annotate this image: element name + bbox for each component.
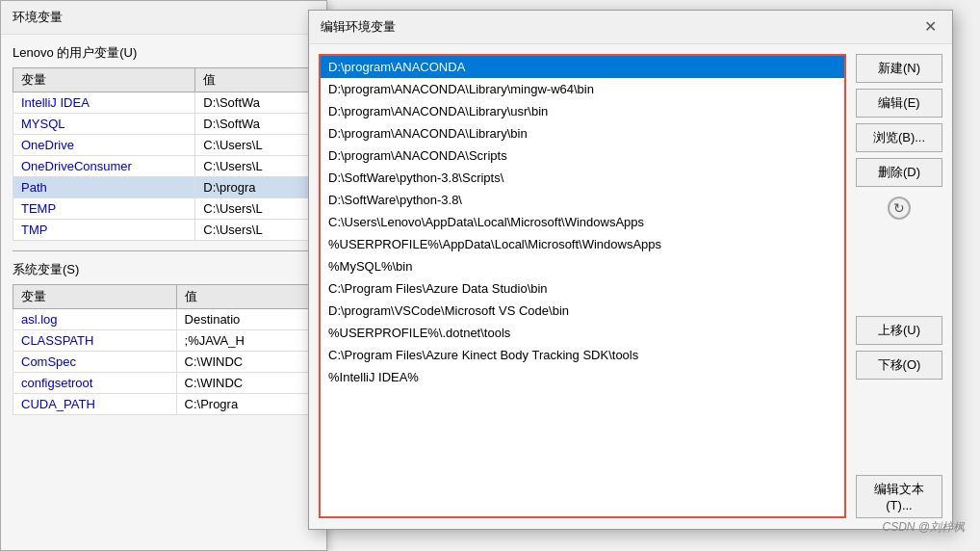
val-cell: D:\SoftWa <box>195 114 315 135</box>
btn-spacer <box>856 225 942 310</box>
var-cell: Path <box>13 177 195 198</box>
list-item[interactable]: D:\program\ANACONDA\Library\bin <box>321 122 844 144</box>
val-cell: Destinatio <box>176 309 314 330</box>
sys-vars-label: 系统变量(S) <box>13 261 315 278</box>
table-row[interactable]: TEMPC:\Users\L <box>13 198 315 220</box>
user-table-col-val: 值 <box>195 68 315 92</box>
var-cell: CLASSPATH <box>13 330 177 352</box>
table-row[interactable]: OneDriveC:\Users\L <box>13 135 315 156</box>
table-row[interactable]: IntelliJ IDEAD:\SoftWa <box>13 92 315 114</box>
sys-vars-section: 系统变量(S) 变量 值 asl.logDestinatioCLASSPATH;… <box>1 251 326 425</box>
sys-table-col-val: 值 <box>176 285 314 309</box>
table-row[interactable]: CUDA_PATHC:\Progra <box>13 394 315 415</box>
list-item[interactable]: D:\SoftWare\python-3.8\ <box>321 189 844 211</box>
var-cell: asl.log <box>13 309 177 330</box>
table-row[interactable]: CLASSPATH;%JAVA_H <box>13 330 315 352</box>
val-cell: D:\progra <box>195 177 315 198</box>
move-down-button[interactable]: 下移(O) <box>856 351 942 380</box>
var-cell: ComSpec <box>13 352 177 373</box>
delete-button[interactable]: 删除(D) <box>856 158 942 187</box>
list-item[interactable]: D:\program\ANACONDA\Library\usr\bin <box>321 100 844 122</box>
env-window-titlebar: 环境变量 <box>1 1 326 35</box>
watermark: CSDN @刘梓枫 <box>882 519 965 536</box>
table-row[interactable]: MYSQLD:\SoftWa <box>13 114 315 135</box>
val-cell: D:\SoftWa <box>195 92 315 114</box>
val-cell: C:\Users\L <box>195 156 315 177</box>
edit-env-dialog: 编辑环境变量 ✕ D:\program\ANACONDAD:\program\A… <box>308 10 953 530</box>
val-cell: C:\WINDC <box>176 373 314 394</box>
dialog-body: D:\program\ANACONDAD:\program\ANACONDA\L… <box>309 44 952 528</box>
list-item[interactable]: %IntelliJ IDEA% <box>321 366 844 388</box>
list-item[interactable]: D:\program\ANACONDA\Scripts <box>321 144 844 167</box>
path-list-container: D:\program\ANACONDAD:\program\ANACONDA\L… <box>319 54 846 518</box>
var-cell: configsetroot <box>13 373 177 394</box>
list-item[interactable]: D:\program\ANACONDA <box>321 56 844 78</box>
var-cell: CUDA_PATH <box>13 394 177 415</box>
btn-spacer2 <box>856 385 942 470</box>
sys-vars-table: 变量 值 asl.logDestinatioCLASSPATH;%JAVA_HC… <box>13 284 315 415</box>
var-cell: IntelliJ IDEA <box>13 92 195 114</box>
list-item[interactable]: C:\Program Files\Azure Kinect Body Track… <box>321 344 844 366</box>
new-button[interactable]: 新建(N) <box>856 54 942 83</box>
env-window-title: 环境变量 <box>13 10 63 24</box>
user-vars-table: 变量 值 IntelliJ IDEAD:\SoftWaMYSQLD:\SoftW… <box>13 67 315 241</box>
var-cell: OneDrive <box>13 135 195 156</box>
list-item[interactable]: D:\program\VSCode\Microsoft VS Code\bin <box>321 300 844 322</box>
list-item[interactable]: D:\SoftWare\python-3.8\Scripts\ <box>321 167 844 189</box>
list-item[interactable]: %USERPROFILE%\AppData\Local\Microsoft\Wi… <box>321 233 844 255</box>
var-cell: MYSQL <box>13 114 195 135</box>
edit-dialog-title: 编辑环境变量 <box>321 18 396 36</box>
user-vars-section: Lenovo 的用户变量(U) 变量 值 IntelliJ IDEAD:\Sof… <box>1 35 326 250</box>
list-item[interactable]: %USERPROFILE%\.dotnet\tools <box>321 322 844 344</box>
browse-button[interactable]: 浏览(B)... <box>856 123 942 152</box>
list-item[interactable]: C:\Users\Lenovo\AppData\Local\Microsoft\… <box>321 211 844 233</box>
path-list: D:\program\ANACONDAD:\program\ANACONDA\L… <box>319 54 846 518</box>
refresh-icon[interactable]: ↻ <box>888 197 911 220</box>
val-cell: C:\WINDC <box>176 352 314 373</box>
var-cell: TMP <box>13 220 195 241</box>
list-item[interactable]: D:\program\ANACONDA\Library\mingw-w64\bi… <box>321 78 844 100</box>
var-cell: TEMP <box>13 198 195 220</box>
val-cell: ;%JAVA_H <box>176 330 314 352</box>
button-panel: 新建(N) 编辑(E) 浏览(B)... 删除(D) ↻ 上移(U) 下移(O)… <box>856 54 942 518</box>
list-item[interactable]: %MySQL%\bin <box>321 255 844 277</box>
table-row[interactable]: ComSpecC:\WINDC <box>13 352 315 373</box>
table-row[interactable]: PathD:\progra <box>13 177 315 198</box>
user-vars-label: Lenovo 的用户变量(U) <box>13 44 315 62</box>
var-cell: OneDriveConsumer <box>13 156 195 177</box>
sys-table-col-var: 变量 <box>13 285 177 309</box>
edit-button[interactable]: 编辑(E) <box>856 89 942 118</box>
table-row[interactable]: OneDriveConsumerC:\Users\L <box>13 156 315 177</box>
val-cell: C:\Users\L <box>195 135 315 156</box>
val-cell: C:\Users\L <box>195 198 315 220</box>
list-item[interactable]: C:\Program Files\Azure Data Studio\bin <box>321 277 844 300</box>
table-row[interactable]: TMPC:\Users\L <box>13 220 315 241</box>
table-row[interactable]: asl.logDestinatio <box>13 309 315 330</box>
edit-text-button[interactable]: 编辑文本(T)... <box>856 475 942 518</box>
move-up-button[interactable]: 上移(U) <box>856 316 942 345</box>
val-cell: C:\Progra <box>176 394 314 415</box>
close-button[interactable]: ✕ <box>920 19 941 35</box>
env-variables-window: 环境变量 Lenovo 的用户变量(U) 变量 值 IntelliJ IDEAD… <box>0 0 327 551</box>
edit-dialog-titlebar: 编辑环境变量 ✕ <box>309 11 952 44</box>
val-cell: C:\Users\L <box>195 220 315 241</box>
user-table-col-var: 变量 <box>13 68 195 92</box>
table-row[interactable]: configsetrootC:\WINDC <box>13 373 315 394</box>
